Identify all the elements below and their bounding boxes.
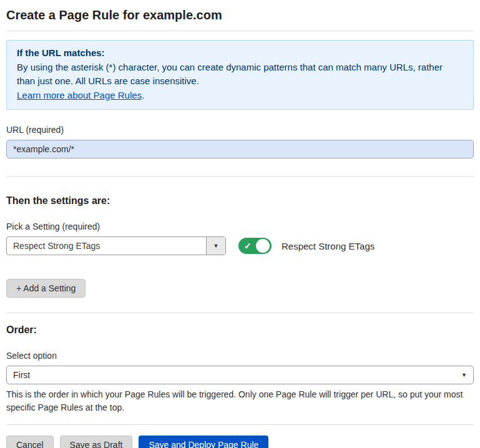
toggle-label: Respect Strong ETags [282,241,375,251]
url-match-info-box: If the URL matches: By using the asteris… [6,40,474,110]
learn-more-link[interactable]: Learn more about Page Rules [17,90,142,100]
divider-before-actions [6,424,474,425]
action-bar: Cancel Save as Draft Save and Deploy Pag… [6,436,474,448]
setting-row: Respect Strong ETags ▼ ✓ Respect Strong … [6,236,474,255]
info-box-heading: If the URL matches: [17,46,463,61]
order-select-label: Select option [6,351,474,361]
chevron-down-icon: ▼ [461,372,467,378]
order-help-text: This is the order in which your Page Rul… [6,388,474,414]
add-setting-button[interactable]: + Add a Setting [6,279,86,298]
link-period: . [142,90,144,100]
divider-before-order [6,313,474,313]
info-box-body: By using the asterisk (*) character, you… [17,61,463,89]
chevron-down-icon[interactable]: ▼ [206,237,225,255]
settings-heading: Then the settings are: [6,195,474,207]
order-select-value: First [13,370,30,380]
pick-setting-label: Pick a Setting (required) [6,222,474,231]
page-title: Create a Page Rule for example.com [6,0,474,31]
toggle-knob [256,239,270,253]
info-link-row: Learn more about Page Rules. [17,89,463,103]
url-input[interactable] [6,140,474,158]
order-select[interactable]: First ▼ [6,366,474,384]
etags-toggle[interactable]: ✓ [238,238,272,254]
page-rule-form: Create a Page Rule for example.com If th… [0,0,480,448]
order-heading: Order: [6,324,474,336]
url-label: URL (required) [6,125,474,135]
check-icon: ✓ [244,240,252,252]
setting-dropdown-value: Respect Strong ETags [7,237,206,255]
divider-after-url [6,176,474,177]
save-draft-button[interactable]: Save as Draft [60,436,133,448]
save-deploy-button[interactable]: Save and Deploy Page Rule [139,436,268,448]
cancel-button[interactable]: Cancel [6,436,54,448]
divider-under-title [6,31,474,31]
setting-dropdown[interactable]: Respect Strong ETags ▼ [6,236,226,255]
